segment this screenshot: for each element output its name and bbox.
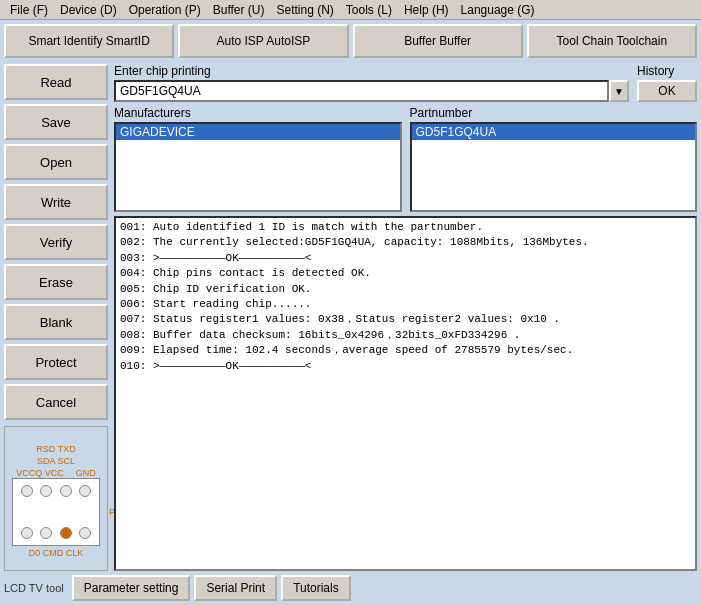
menu-device[interactable]: Device (D) xyxy=(54,2,123,18)
chip-sda-scl-label-row: SDA SCL xyxy=(9,456,103,466)
chip-top-pins-row xyxy=(13,479,99,497)
chip-diagram: RSD TXD SDA SCL VCCQ VCC GND xyxy=(4,426,108,571)
menu-language[interactable]: Language (G) xyxy=(455,2,541,18)
menu-file[interactable]: File (F) xyxy=(4,2,54,18)
chip-select-dropdown-button[interactable]: ▼ xyxy=(609,80,629,102)
ok-button[interactable]: OK xyxy=(637,80,697,102)
log-line: 005: Chip ID verification OK. xyxy=(120,282,691,297)
log-line: 003: >——————————OK——————————< xyxy=(120,251,691,266)
chip-rsd-txd-label: RSD TXD xyxy=(36,444,75,454)
log-line: 007: Status register1 values: 0x38，Statu… xyxy=(120,312,691,327)
partnumber-label: Partnumber xyxy=(410,106,698,120)
lcd-tv-tool-label: LCD TV tool xyxy=(4,582,64,594)
tutorials-button[interactable]: Tutorials xyxy=(281,575,351,601)
chip-sda-scl-label: SDA SCL xyxy=(37,456,75,466)
log-line: 010: >——————————OK——————————< xyxy=(120,359,691,374)
chip-pin-7-active[interactable] xyxy=(60,527,72,539)
bottom-bar: LCD TV tool Parameter setting Serial Pri… xyxy=(4,575,697,601)
partnumber-group: Partnumber GD5F1GQ4UA xyxy=(410,106,698,212)
chip-pin-2[interactable] xyxy=(40,485,52,497)
menu-help[interactable]: Help (H) xyxy=(398,2,455,18)
log-area-container: 001: Auto identified 1 ID is match with … xyxy=(114,216,697,571)
chip-pin-5[interactable] xyxy=(21,527,33,539)
menu-setting[interactable]: Setting (N) xyxy=(271,2,340,18)
chip-pin-6[interactable] xyxy=(40,527,52,539)
verify-button[interactable]: Verify xyxy=(4,224,108,260)
chip-select-label: Enter chip printing xyxy=(114,64,629,78)
blank-button[interactable]: Blank xyxy=(4,304,108,340)
top-toolbar: Smart Identify SmartID Auto ISP AutoISP … xyxy=(4,24,697,58)
menu-operation[interactable]: Operation (P) xyxy=(123,2,207,18)
chip-bottom-pins-row xyxy=(13,527,99,545)
partnumber-item[interactable]: GD5F1GQ4UA xyxy=(412,124,696,140)
log-line: 004: Chip pins contact is detected OK. xyxy=(120,266,691,281)
menu-bar: File (F) Device (D) Operation (P) Buffer… xyxy=(0,0,701,20)
chip-pin-3[interactable] xyxy=(60,485,72,497)
smart-identify-button[interactable]: Smart Identify SmartID xyxy=(4,24,174,58)
chip-body-row: VCCQ VCC GND xyxy=(9,468,103,478)
chip-bottom-labels: D0 CMD CLK xyxy=(9,548,103,558)
manufacturers-label: Manufacturers xyxy=(114,106,402,120)
log-line: 009: Elapsed time: 102.4 seconds，average… xyxy=(120,343,691,358)
chip-select-row: Enter chip printing ▼ History OK xyxy=(114,64,697,102)
log-area[interactable]: 001: Auto identified 1 ID is match with … xyxy=(114,216,697,571)
save-button[interactable]: Save xyxy=(4,104,108,140)
partnumber-list[interactable]: GD5F1GQ4UA xyxy=(410,122,698,212)
chip-vccq-label: VCCQ VCC xyxy=(16,468,64,478)
manufacturers-item-gigadevice[interactable]: GIGADEVICE xyxy=(116,124,400,140)
left-panel: Read Save Open Write Verify Erase Blank … xyxy=(4,64,108,571)
chip-pin-8[interactable] xyxy=(79,527,91,539)
manufacturer-group: Manufacturers GIGADEVICE xyxy=(114,106,402,212)
log-line: 001: Auto identified 1 ID is match with … xyxy=(120,220,691,235)
chip-gnd-label: GND xyxy=(76,468,96,478)
history-group: History OK xyxy=(637,64,697,102)
middle-section: Read Save Open Write Verify Erase Blank … xyxy=(4,64,697,571)
tool-chain-button[interactable]: Tool Chain Toolchain xyxy=(527,24,697,58)
menu-buffer[interactable]: Buffer (U) xyxy=(207,2,271,18)
protect-button[interactable]: Protect xyxy=(4,344,108,380)
auto-isp-button[interactable]: Auto ISP AutoISP xyxy=(178,24,348,58)
open-button[interactable]: Open xyxy=(4,144,108,180)
chip-vcc-row: VCCQ VCC GND xyxy=(16,468,96,478)
chip-select-box: ▼ xyxy=(114,80,629,102)
chip-pin-4[interactable] xyxy=(79,485,91,497)
main-content: Smart Identify SmartID Auto ISP AutoISP … xyxy=(0,20,701,605)
buffer-button[interactable]: Buffer Buffer xyxy=(353,24,523,58)
manufacturers-list[interactable]: GIGADEVICE xyxy=(114,122,402,212)
manufacturers-row: Manufacturers GIGADEVICE Partnumber GD5F… xyxy=(114,106,697,212)
write-button[interactable]: Write xyxy=(4,184,108,220)
parameter-setting-button[interactable]: Parameter setting xyxy=(72,575,191,601)
chip-select-group: Enter chip printing ▼ xyxy=(114,64,629,102)
chip-select-input[interactable] xyxy=(114,80,609,102)
chip-pin-1[interactable] xyxy=(21,485,33,497)
chip-top-labels: RSD TXD xyxy=(9,444,103,454)
serial-print-button[interactable]: Serial Print xyxy=(194,575,277,601)
erase-button[interactable]: Erase xyxy=(4,264,108,300)
log-line: 008: Buffer data checksum: 16bits_0x4296… xyxy=(120,328,691,343)
chip-image: RSD TXD SDA SCL VCCQ VCC GND xyxy=(9,444,103,554)
chip-body: Pin1 xyxy=(12,478,100,546)
log-line: 006: Start reading chip...... xyxy=(120,297,691,312)
read-button[interactable]: Read xyxy=(4,64,108,100)
cancel-button[interactable]: Cancel xyxy=(4,384,108,420)
menu-tools[interactable]: Tools (L) xyxy=(340,2,398,18)
history-label: History xyxy=(637,64,674,78)
right-panel: Enter chip printing ▼ History OK Manufac… xyxy=(114,64,697,571)
log-line: 002: The currently selected:GD5F1GQ4UA, … xyxy=(120,235,691,250)
